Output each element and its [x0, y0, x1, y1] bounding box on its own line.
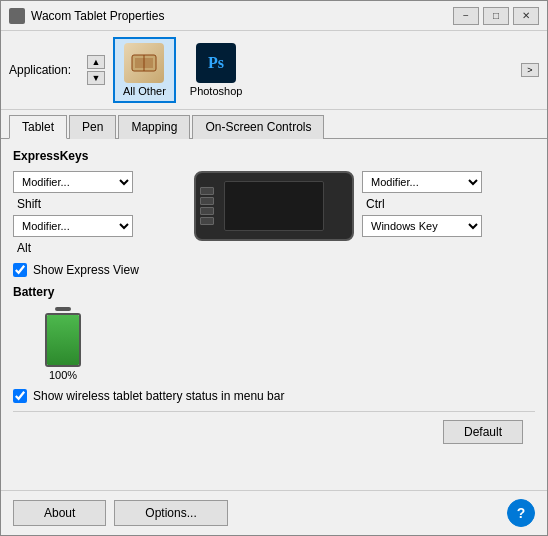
right-dropdown2-row: Windows Key None Shift Ctrl Alt Modifier… — [362, 215, 535, 237]
show-express-view-label: Show Express View — [33, 263, 139, 277]
right-key1-value: Ctrl — [362, 197, 535, 211]
battery-label: Battery — [13, 285, 535, 299]
scroll-prev-button[interactable]: ▲ — [87, 55, 105, 69]
app-icons-container: All Other Ps Photoshop — [113, 37, 513, 103]
right-modifier1-dropdown[interactable]: Modifier... None Shift Ctrl Alt Windows … — [362, 171, 482, 193]
battery-icon — [43, 307, 83, 367]
left-dropdown2-row: Modifier... None Shift Ctrl Alt Windows … — [13, 215, 186, 237]
minimize-button[interactable]: − — [453, 7, 479, 25]
footer: About Options... ? — [1, 490, 547, 535]
right-key-column: Modifier... None Shift Ctrl Alt Windows … — [362, 171, 535, 241]
application-row: Application: ▲ ▼ All Other Ps Photo — [1, 31, 547, 110]
tablet-btn-2 — [200, 197, 214, 205]
all-other-label: All Other — [123, 85, 166, 97]
show-battery-label: Show wireless tablet battery status in m… — [33, 389, 284, 403]
battery-fill — [47, 315, 79, 365]
scroll-right-controls: > — [521, 63, 539, 77]
battery-body — [45, 313, 81, 367]
about-button[interactable]: About — [13, 500, 106, 526]
battery-display: 100% — [33, 307, 93, 381]
tablet-btn-4 — [200, 217, 214, 225]
window: Wacom Tablet Properties − □ ✕ Applicatio… — [0, 0, 548, 536]
title-bar-controls: − □ ✕ — [453, 7, 539, 25]
photoshop-label: Photoshop — [190, 85, 243, 97]
app-icon-all-other[interactable]: All Other — [113, 37, 176, 103]
battery-top-cap — [55, 307, 71, 311]
bottom-area: Default — [13, 411, 535, 452]
tablet-image — [194, 171, 354, 241]
scroll-right-button[interactable]: > — [521, 63, 539, 77]
app-icon-photoshop[interactable]: Ps Photoshop — [180, 37, 253, 103]
left-modifier2-dropdown[interactable]: Modifier... None Shift Ctrl Alt Windows … — [13, 215, 133, 237]
title-bar-left: Wacom Tablet Properties — [9, 8, 164, 24]
main-content: ExpressKeys Modifier... None Shift Ctrl … — [1, 139, 547, 490]
show-express-view-checkbox[interactable] — [13, 263, 27, 277]
battery-section: Battery 100% — [13, 285, 535, 381]
default-button[interactable]: Default — [443, 420, 523, 444]
tablet-btn-1 — [200, 187, 214, 195]
left-key2-value: Alt — [13, 241, 186, 255]
help-button[interactable]: ? — [507, 499, 535, 527]
tabs-bar: Tablet Pen Mapping On-Screen Controls — [1, 110, 547, 139]
expresskeys-container: Modifier... None Shift Ctrl Alt Windows … — [13, 171, 535, 255]
maximize-button[interactable]: □ — [483, 7, 509, 25]
scroll-left-controls: ▲ ▼ — [87, 55, 105, 85]
options-button[interactable]: Options... — [114, 500, 227, 526]
left-key1-value: Shift — [13, 197, 186, 211]
close-button[interactable]: ✕ — [513, 7, 539, 25]
right-dropdown1-row: Modifier... None Shift Ctrl Alt Windows … — [362, 171, 535, 193]
wacom-title-icon — [9, 8, 25, 24]
expresskeys-label: ExpressKeys — [13, 149, 535, 163]
left-dropdown1-row: Modifier... None Shift Ctrl Alt Windows … — [13, 171, 186, 193]
left-key-column: Modifier... None Shift Ctrl Alt Windows … — [13, 171, 186, 255]
show-express-view-row: Show Express View — [13, 263, 535, 277]
right-modifier2-dropdown[interactable]: Windows Key None Shift Ctrl Alt Modifier… — [362, 215, 482, 237]
window-title: Wacom Tablet Properties — [31, 9, 164, 23]
show-battery-status-row: Show wireless tablet battery status in m… — [13, 389, 535, 403]
battery-percent: 100% — [49, 369, 77, 381]
tab-on-screen-controls[interactable]: On-Screen Controls — [192, 115, 324, 139]
application-label: Application: — [9, 63, 79, 77]
all-other-icon — [124, 43, 164, 83]
show-battery-checkbox[interactable] — [13, 389, 27, 403]
title-bar: Wacom Tablet Properties − □ ✕ — [1, 1, 547, 31]
tablet-btn-3 — [200, 207, 214, 215]
left-modifier1-dropdown[interactable]: Modifier... None Shift Ctrl Alt Windows … — [13, 171, 133, 193]
tab-tablet[interactable]: Tablet — [9, 115, 67, 139]
photoshop-icon: Ps — [196, 43, 236, 83]
tablet-left-buttons — [200, 187, 214, 225]
tab-pen[interactable]: Pen — [69, 115, 116, 139]
tablet-surface — [224, 181, 324, 231]
tab-mapping[interactable]: Mapping — [118, 115, 190, 139]
scroll-next-button[interactable]: ▼ — [87, 71, 105, 85]
